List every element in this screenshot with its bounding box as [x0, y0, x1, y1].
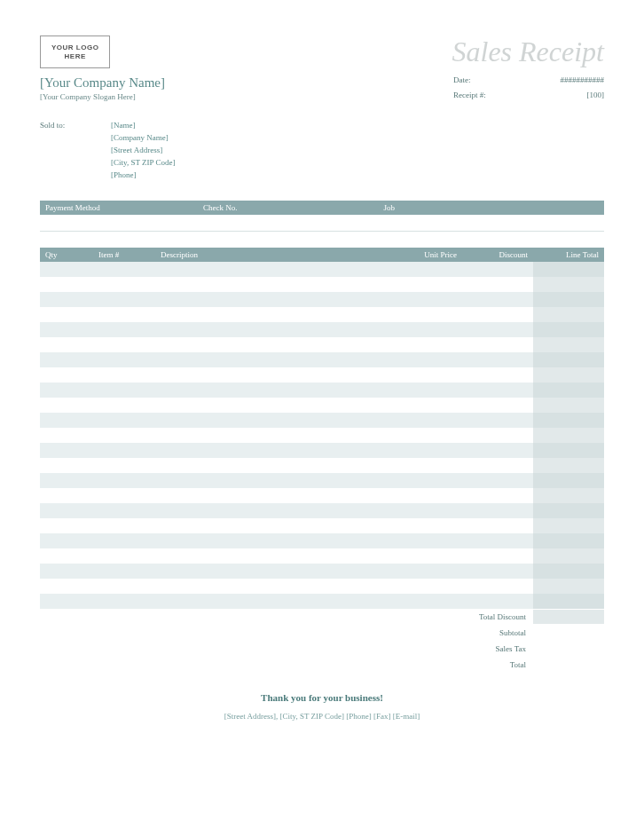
table-cell[interactable] — [40, 428, 93, 443]
table-cell[interactable] — [462, 458, 533, 473]
table-cell[interactable] — [40, 594, 93, 609]
table-cell[interactable] — [462, 488, 533, 503]
table-cell[interactable] — [533, 398, 604, 413]
table-cell[interactable] — [155, 277, 391, 292]
table-row[interactable] — [40, 383, 604, 398]
table-cell[interactable] — [533, 322, 604, 337]
table-cell[interactable] — [93, 488, 155, 503]
table-cell[interactable] — [391, 413, 462, 428]
table-cell[interactable] — [391, 503, 462, 518]
table-cell[interactable] — [533, 307, 604, 322]
table-row[interactable] — [40, 458, 604, 473]
table-cell[interactable] — [155, 428, 391, 443]
table-cell[interactable] — [533, 413, 604, 428]
table-row[interactable] — [40, 473, 604, 488]
table-cell[interactable] — [155, 337, 391, 352]
table-cell[interactable] — [533, 458, 604, 473]
table-cell[interactable] — [462, 292, 533, 307]
table-cell[interactable] — [462, 352, 533, 367]
table-cell[interactable] — [462, 594, 533, 609]
check-no-cell[interactable] — [198, 215, 379, 231]
table-cell[interactable] — [93, 594, 155, 609]
table-cell[interactable] — [40, 564, 93, 579]
table-cell[interactable] — [93, 398, 155, 413]
table-cell[interactable] — [155, 564, 391, 579]
table-cell[interactable] — [93, 413, 155, 428]
table-cell[interactable] — [533, 277, 604, 292]
table-cell[interactable] — [391, 473, 462, 488]
table-cell[interactable] — [155, 548, 391, 564]
table-row[interactable] — [40, 322, 604, 337]
table-cell[interactable] — [533, 262, 604, 277]
table-cell[interactable] — [391, 548, 462, 564]
table-row[interactable] — [40, 292, 604, 307]
table-row[interactable] — [40, 337, 604, 352]
table-row[interactable] — [40, 428, 604, 443]
table-cell[interactable] — [155, 579, 391, 594]
table-row[interactable] — [40, 277, 604, 292]
table-cell[interactable] — [40, 337, 93, 352]
table-cell[interactable] — [40, 518, 93, 533]
table-cell[interactable] — [391, 352, 462, 367]
table-cell[interactable] — [462, 322, 533, 337]
table-cell[interactable] — [391, 488, 462, 503]
table-cell[interactable] — [391, 579, 462, 594]
table-cell[interactable] — [462, 398, 533, 413]
table-cell[interactable] — [93, 518, 155, 533]
job-cell[interactable] — [379, 215, 604, 231]
table-row[interactable] — [40, 307, 604, 322]
table-cell[interactable] — [391, 458, 462, 473]
table-cell[interactable] — [462, 533, 533, 548]
payment-method-cell[interactable] — [40, 215, 198, 231]
table-cell[interactable] — [533, 292, 604, 307]
table-cell[interactable] — [93, 383, 155, 398]
table-row[interactable] — [40, 367, 604, 383]
table-cell[interactable] — [93, 367, 155, 383]
table-cell[interactable] — [40, 307, 93, 322]
table-row[interactable] — [40, 352, 604, 367]
table-row[interactable] — [40, 548, 604, 564]
table-cell[interactable] — [93, 548, 155, 564]
table-cell[interactable] — [533, 564, 604, 579]
table-cell[interactable] — [40, 488, 93, 503]
table-row[interactable] — [40, 443, 604, 458]
table-cell[interactable] — [462, 579, 533, 594]
table-cell[interactable] — [40, 383, 93, 398]
table-cell[interactable] — [462, 262, 533, 277]
table-cell[interactable] — [40, 503, 93, 518]
table-cell[interactable] — [40, 413, 93, 428]
table-cell[interactable] — [155, 352, 391, 367]
table-cell[interactable] — [40, 352, 93, 367]
table-cell[interactable] — [40, 322, 93, 337]
table-cell[interactable] — [155, 488, 391, 503]
table-cell[interactable] — [155, 383, 391, 398]
table-cell[interactable] — [462, 277, 533, 292]
table-cell[interactable] — [391, 337, 462, 352]
table-row[interactable] — [40, 579, 604, 594]
table-cell[interactable] — [155, 307, 391, 322]
table-cell[interactable] — [40, 262, 93, 277]
table-cell[interactable] — [93, 533, 155, 548]
table-row[interactable] — [40, 594, 604, 609]
table-cell[interactable] — [40, 367, 93, 383]
table-row[interactable] — [40, 518, 604, 533]
table-cell[interactable] — [93, 292, 155, 307]
table-cell[interactable] — [93, 428, 155, 443]
table-cell[interactable] — [391, 262, 462, 277]
table-cell[interactable] — [93, 262, 155, 277]
table-cell[interactable] — [533, 579, 604, 594]
table-row[interactable] — [40, 488, 604, 503]
table-cell[interactable] — [40, 443, 93, 458]
table-cell[interactable] — [533, 428, 604, 443]
table-row[interactable] — [40, 262, 604, 277]
table-row[interactable] — [40, 564, 604, 579]
table-cell[interactable] — [533, 548, 604, 564]
table-cell[interactable] — [155, 262, 391, 277]
table-cell[interactable] — [93, 443, 155, 458]
table-cell[interactable] — [155, 533, 391, 548]
table-cell[interactable] — [40, 292, 93, 307]
table-cell[interactable] — [93, 458, 155, 473]
table-cell[interactable] — [93, 277, 155, 292]
table-cell[interactable] — [93, 503, 155, 518]
table-cell[interactable] — [40, 458, 93, 473]
